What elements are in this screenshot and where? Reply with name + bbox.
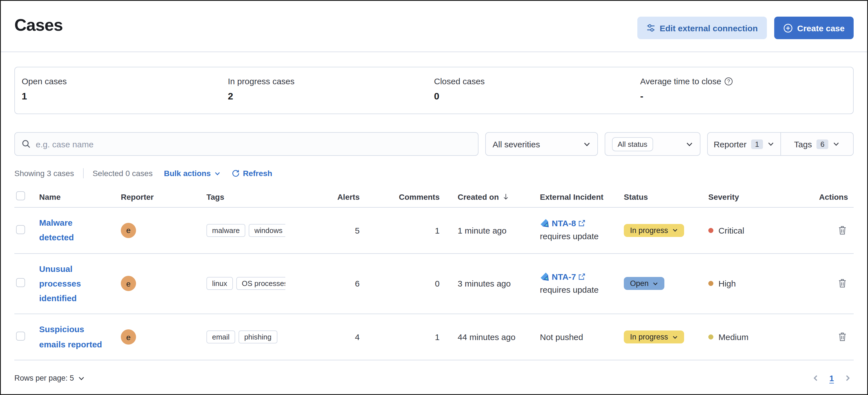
stat-closed-cases: Closed cases 0 — [434, 77, 640, 102]
search-input[interactable] — [36, 139, 471, 149]
column-header-external-incident[interactable]: External Incident — [540, 192, 624, 201]
status-filter-dropdown[interactable]: All status — [605, 132, 701, 156]
table-header-row: Name Reporter Tags Alerts Comments Creat… — [14, 186, 854, 208]
case-name-link[interactable]: Unusual processes identified — [39, 262, 107, 306]
column-header-severity[interactable]: Severity — [708, 192, 793, 201]
row-checkbox[interactable] — [16, 278, 25, 287]
reporter-tags-filter-group: Reporter 1 Tags 6 — [707, 132, 854, 156]
status-badge[interactable]: In progress — [624, 224, 684, 237]
select-all-checkbox[interactable] — [16, 191, 25, 200]
severity-dot-medium — [708, 334, 713, 339]
refresh-button[interactable]: Refresh — [231, 169, 272, 178]
column-header-reporter[interactable]: Reporter — [121, 192, 207, 201]
severity-dot-high — [708, 281, 713, 286]
external-incident-cell: Not pushed — [540, 332, 624, 342]
external-incident-cell: NTA-7 requires update — [540, 272, 624, 296]
external-incident-link[interactable]: NTA-8 — [552, 219, 576, 228]
cases-table: Name Reporter Tags Alerts Comments Creat… — [1, 186, 867, 360]
column-header-status[interactable]: Status — [624, 192, 708, 201]
case-name-link[interactable]: Malware detected — [39, 216, 107, 245]
bulk-actions-button[interactable]: Bulk actions — [164, 169, 220, 178]
case-name-link[interactable]: Suspicious emails reported — [39, 322, 107, 352]
showing-count: Showing 3 cases — [14, 169, 74, 178]
tags-filter-button[interactable]: Tags 6 — [781, 133, 853, 155]
column-header-created-on[interactable]: Created on — [458, 192, 540, 201]
severity-filter-dropdown[interactable]: All severities — [485, 132, 598, 156]
created-on-value: 1 minute ago — [458, 226, 540, 235]
table-row-suspicious-emails: Suspicious emails reported e email phish… — [14, 314, 854, 360]
chevron-down-icon — [686, 140, 693, 148]
rows-per-page-button[interactable]: Rows per page: 5 — [14, 374, 85, 383]
delete-case-button[interactable] — [837, 277, 848, 290]
reporter-avatar: e — [121, 329, 136, 344]
sort-descending-icon — [502, 193, 509, 200]
created-on-value: 3 minutes ago — [458, 279, 540, 288]
previous-page-button[interactable] — [812, 375, 819, 382]
chevron-down-icon — [672, 334, 678, 340]
chevron-right-icon — [844, 375, 851, 382]
row-checkbox[interactable] — [16, 225, 25, 234]
stats-panel: Open cases 1 In progress cases 2 Closed … — [14, 67, 854, 114]
chevron-down-icon — [214, 170, 220, 176]
external-incident-link[interactable]: NTA-7 — [552, 272, 576, 281]
create-case-button[interactable]: Create case — [774, 17, 854, 39]
tags-cell: email phishing — [207, 331, 285, 343]
page-header: Cases Edit external connection Create ca… — [1, 1, 867, 39]
next-page-button[interactable] — [844, 375, 851, 382]
help-icon[interactable]: ? — [725, 77, 733, 85]
search-box — [14, 132, 478, 156]
chevron-down-icon — [653, 281, 658, 286]
stat-in-progress-value: 2 — [228, 91, 434, 102]
window-frame: Cases Edit external connection Create ca… — [0, 0, 868, 395]
header-actions: Edit external connection Create case — [637, 17, 854, 39]
reporter-filter-button[interactable]: Reporter 1 — [708, 133, 780, 155]
plus-circle-icon — [783, 23, 793, 33]
pagination: 1 — [812, 374, 854, 383]
sliders-icon — [646, 23, 655, 32]
severity-cell: High — [708, 279, 793, 288]
column-header-alerts[interactable]: Alerts — [319, 192, 360, 201]
table-row-unusual-processes: Unusual processes identified e linux OS … — [14, 253, 854, 314]
severity-cell: Critical — [708, 226, 793, 235]
reporter-count-badge: 1 — [751, 139, 763, 149]
trash-icon — [838, 332, 847, 342]
chevron-left-icon — [812, 375, 819, 382]
refresh-icon — [231, 169, 239, 177]
tags-cell: linux OS processes — [207, 277, 285, 290]
column-header-comments[interactable]: Comments — [360, 192, 440, 201]
tag-pill: linux — [207, 277, 233, 290]
column-header-actions: Actions — [793, 192, 854, 201]
external-link-icon — [578, 220, 586, 227]
reporter-avatar: e — [121, 223, 136, 238]
stat-open-value: 1 — [22, 91, 228, 102]
external-incident-cell: NTA-8 requires update — [540, 219, 624, 242]
delete-case-button[interactable] — [837, 224, 848, 236]
search-icon — [22, 140, 31, 149]
alerts-count: 6 — [319, 279, 360, 288]
column-header-tags[interactable]: Tags — [207, 192, 319, 201]
edit-external-connection-button[interactable]: Edit external connection — [637, 17, 767, 39]
row-checkbox[interactable] — [16, 332, 25, 341]
chevron-down-icon — [583, 140, 591, 148]
external-incident-note: requires update — [540, 231, 624, 242]
page-title: Cases — [14, 16, 63, 35]
severity-cell: Medium — [708, 332, 793, 342]
trash-icon — [838, 225, 847, 235]
comments-count: 0 — [360, 279, 440, 288]
stat-open-cases: Open cases 1 — [22, 77, 228, 102]
status-badge[interactable]: In progress — [624, 331, 684, 343]
delete-case-button[interactable] — [837, 331, 848, 343]
comments-count: 1 — [360, 226, 440, 235]
trash-icon — [838, 278, 847, 288]
page-number[interactable]: 1 — [829, 374, 834, 383]
chevron-down-icon — [78, 375, 85, 382]
tag-pill: windows — [249, 224, 285, 237]
column-header-name[interactable]: Name — [39, 192, 121, 201]
tag-pill: OS processes — [236, 277, 286, 290]
selected-count: Selected 0 cases — [93, 169, 153, 178]
status-badge[interactable]: Open — [624, 277, 664, 290]
tags-cell: malware windows — [207, 224, 285, 237]
stat-avg-close-value: - — [640, 91, 846, 102]
filters-bar: All severities All status Reporter 1 Tag… — [1, 132, 867, 156]
external-incident-note: requires update — [540, 284, 624, 296]
